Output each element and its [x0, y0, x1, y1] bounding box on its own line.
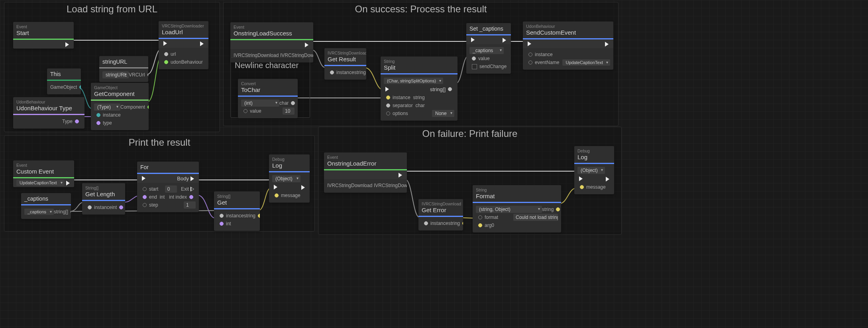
node-udon-type[interactable]: UdonBehaviourUdonBehaviour Type Type [13, 97, 84, 129]
port-out-icon[interactable] [189, 195, 193, 199]
port-in-icon[interactable] [96, 113, 100, 117]
node-debug-log-2[interactable]: DebugLog (Object) message [574, 146, 614, 194]
node-get-component[interactable]: GameObjectGetComponent (Type) Component … [91, 83, 149, 130]
port-in-icon[interactable] [143, 187, 147, 191]
exec-out-icon[interactable] [305, 43, 308, 47]
node-start[interactable]: EventStart [13, 22, 74, 49]
port-in-icon[interactable] [424, 221, 428, 225]
exec-in-icon[interactable] [579, 176, 583, 181]
exec-in-icon[interactable] [528, 41, 531, 46]
dropdown[interactable]: _captions [469, 47, 504, 54]
port-in-icon[interactable] [478, 215, 482, 219]
port-in-icon[interactable] [244, 109, 247, 113]
exec-out-icon[interactable] [190, 187, 194, 191]
exec-out-icon[interactable] [190, 176, 194, 181]
node-send-custom-event[interactable]: UdonBehaviourSendCustomEvent instance ev… [523, 21, 613, 70]
node-on-error[interactable]: EventOnstringLoadError IVRCStringDownloa… [324, 152, 407, 193]
port-in-icon[interactable] [164, 52, 168, 56]
port-in-icon[interactable] [478, 223, 482, 227]
port-out-icon[interactable] [291, 101, 295, 105]
node-get-error[interactable]: IVRCStringDownloadGet Error instance str… [418, 199, 463, 230]
node-array-get[interactable]: String[]Get instance string int [214, 191, 260, 231]
port-out-icon[interactable] [448, 87, 452, 91]
group-title: On success: Process the result [224, 1, 618, 15]
port-in-icon[interactable] [528, 61, 532, 64]
value-input[interactable]: Could not load string: {0} [513, 214, 558, 221]
node-get-result[interactable]: IVRCStringDownloadGet Result instance st… [324, 48, 366, 80]
port-out-icon[interactable] [75, 119, 79, 123]
group-title: On failure: Print failure [318, 126, 621, 139]
exec-out-icon[interactable] [503, 38, 506, 43]
node-to-char[interactable]: ConvertToChar (int) char value 10 [238, 79, 298, 118]
group-title: Load string from URL [4, 1, 220, 15]
node-load-url[interactable]: VRCStringDownloaderLoadUrl url udonBehav… [159, 21, 208, 69]
exec-out-icon[interactable] [399, 173, 402, 178]
exec-out-icon[interactable] [65, 42, 69, 47]
port-in-icon[interactable] [143, 195, 147, 199]
port-in-icon[interactable] [220, 214, 224, 218]
value-input[interactable]: 10 [283, 107, 295, 115]
port-out-icon[interactable] [556, 207, 560, 211]
value-input[interactable]: 1 [184, 201, 196, 209]
node-string-url[interactable]: stringURL stringURL VRCUrl [99, 56, 148, 82]
node-set-captions[interactable]: Set _captions _captions value sendChange [466, 23, 511, 74]
port-in-icon[interactable] [88, 205, 92, 209]
port-in-icon[interactable] [386, 103, 390, 107]
port-out-icon[interactable] [79, 85, 81, 89]
port-in-icon[interactable] [164, 60, 168, 64]
port-in-icon[interactable] [580, 185, 584, 189]
port-in-icon[interactable] [143, 203, 147, 207]
dropdown[interactable]: (Object) [577, 167, 605, 174]
dropdown[interactable]: (int) [241, 100, 279, 107]
exec-out-icon[interactable] [301, 185, 305, 190]
port-in-icon[interactable] [386, 111, 390, 115]
exec-out-icon[interactable] [605, 42, 609, 47]
port-out-icon[interactable] [147, 73, 148, 77]
node-split[interactable]: StringSplit (Char, stringSplitOptions) s… [381, 57, 458, 121]
exec-in-icon[interactable] [274, 185, 277, 189]
port-in-icon[interactable] [96, 121, 100, 125]
dropdown[interactable]: UpdateCaptionText [562, 59, 610, 66]
port-out-icon[interactable] [71, 210, 71, 214]
port-in-icon[interactable] [220, 222, 224, 226]
node-get-length[interactable]: String[]Get Length instance int [82, 183, 125, 215]
port-out-icon[interactable] [462, 221, 463, 225]
exec-in-icon[interactable] [385, 87, 389, 92]
dropdown[interactable]: None [432, 110, 454, 117]
port-in-icon[interactable] [275, 193, 279, 197]
dropdown[interactable]: (Object) [272, 175, 300, 182]
exec-in-icon[interactable] [142, 176, 145, 181]
node-format[interactable]: StringFormat (string, Object) string for… [473, 185, 561, 232]
dropdown[interactable]: (string, Object) [476, 206, 542, 213]
checkbox[interactable] [472, 64, 477, 69]
value-input[interactable]: 0 [165, 185, 177, 193]
dropdown[interactable]: (Type) [94, 103, 120, 111]
port-in-icon[interactable] [386, 96, 390, 100]
exec-in-icon[interactable] [163, 41, 167, 46]
exec-out-icon[interactable] [66, 181, 70, 185]
node-this[interactable]: This GameObject [47, 68, 81, 94]
group-title: Print the result [4, 135, 314, 148]
port-out-icon[interactable] [147, 105, 149, 109]
dropdown[interactable]: stringURL [102, 71, 129, 78]
dropdown[interactable]: _captions [24, 209, 54, 215]
exec-out-icon[interactable] [606, 177, 609, 182]
node-for[interactable]: For Body start 0 Exit end int int index … [137, 162, 199, 212]
node-on-success[interactable]: EventOnstringLoadSuccess IVRCStringDownl… [230, 22, 313, 62]
port-in-icon[interactable] [528, 53, 532, 57]
port-out-icon[interactable] [258, 214, 260, 218]
exec-in-icon[interactable] [471, 37, 475, 42]
exec-out-icon[interactable] [200, 41, 204, 46]
dropdown[interactable]: (Char, stringSplitOptions) [384, 78, 443, 84]
node-custom-event[interactable]: EventCustom Event UpdateCaptionText [13, 160, 74, 187]
port-out-icon[interactable] [119, 205, 123, 209]
port-in-icon[interactable] [330, 70, 334, 74]
node-debug-log-1[interactable]: DebugLog (Object) message [269, 154, 310, 203]
port-in-icon[interactable] [472, 57, 476, 61]
node-captions[interactable]: _captions _captions string[] [21, 193, 71, 219]
dropdown[interactable]: UpdateCaptionText [16, 180, 65, 186]
